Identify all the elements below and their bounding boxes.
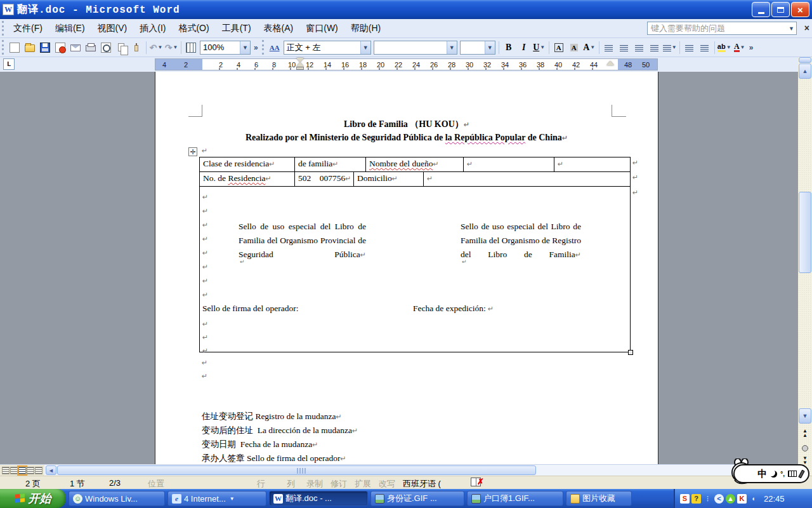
menu-item[interactable]: 插入(I): [133, 20, 172, 37]
save-button[interactable]: [38, 41, 52, 55]
status-language[interactable]: 西班牙语 (: [403, 478, 441, 490]
cell-clase-residencia[interactable]: Clase de residencia↵: [200, 157, 295, 171]
copy-button[interactable]: [114, 41, 128, 55]
indent-button[interactable]: [698, 41, 712, 55]
cell-nombre-dueno[interactable]: Nombre del dueño↵: [366, 157, 464, 171]
vertical-scrollbar[interactable]: ▲ ▼ ▲▲ ▼▼: [798, 57, 812, 476]
residence-table[interactable]: Clase de residencia↵ de familia↵ Nombre …: [199, 157, 631, 352]
menubar-close-icon[interactable]: ×: [804, 23, 809, 33]
right-indent-marker[interactable]: [606, 61, 614, 65]
undo-button[interactable]: ↶▼: [149, 41, 163, 55]
indent-marker[interactable]: [296, 58, 304, 70]
kaspersky-tray-icon[interactable]: K: [737, 494, 747, 504]
menu-item[interactable]: 编辑(E): [49, 20, 91, 37]
menu-item[interactable]: 格式(O): [172, 20, 215, 37]
cell-empty[interactable]: ↵: [464, 157, 554, 171]
open-button[interactable]: [23, 41, 37, 55]
table-resize-handle[interactable]: [628, 350, 633, 355]
menu-item[interactable]: 文件(F): [7, 20, 49, 37]
redo-button[interactable]: ↷▼: [164, 41, 178, 55]
split-handle[interactable]: [799, 57, 811, 63]
cell-domicilio[interactable]: Domicilio↵: [354, 172, 424, 186]
scroll-left-button[interactable]: ◄: [46, 465, 56, 475]
start-button[interactable]: 开始: [0, 489, 66, 508]
print-preview-button[interactable]: [99, 41, 113, 55]
format-painter-button[interactable]: [129, 41, 143, 55]
chevron-down-icon[interactable]: ▼: [787, 25, 796, 32]
cell-residence-number[interactable]: 502 007756↵: [295, 172, 354, 186]
style-combo[interactable]: 正文 + 左 ▼: [284, 41, 371, 55]
align-center-button[interactable]: [617, 41, 631, 55]
vertical-scroll-thumb[interactable]: [799, 192, 811, 273]
character-shading-button[interactable]: A: [567, 41, 581, 55]
new-document-button[interactable]: [8, 41, 22, 55]
print-layout-view-button[interactable]: [18, 467, 26, 474]
cell-no-residencia[interactable]: No. de Residencia↵: [200, 172, 295, 186]
menu-item[interactable]: 视图(V): [91, 20, 134, 37]
spelling-status-icon[interactable]: ✗: [471, 478, 481, 486]
normal-view-button[interactable]: [2, 467, 10, 474]
volume-tray-icon[interactable]: ◖: [749, 494, 758, 504]
line-spacing-button[interactable]: ▼: [663, 41, 677, 55]
character-border-button[interactable]: A: [552, 41, 566, 55]
close-button[interactable]: ×: [791, 2, 809, 17]
print-button[interactable]: [84, 41, 98, 55]
help-tray-icon[interactable]: ?: [691, 494, 701, 504]
web-layout-view-button[interactable]: [10, 467, 18, 474]
ime-toolbar[interactable]: 中 °,: [728, 458, 811, 486]
restore-button[interactable]: [771, 2, 790, 17]
toolbar-grip[interactable]: [2, 40, 5, 55]
toolbar-options-icon[interactable]: »: [749, 43, 754, 52]
task-picture-collection[interactable]: 图片收藏: [566, 491, 632, 506]
minimize-button[interactable]: [752, 2, 770, 17]
chevron-down-icon[interactable]: ▼: [240, 41, 250, 54]
sogou-tray-icon[interactable]: S: [680, 494, 690, 504]
msn-tray-icon[interactable]: <: [714, 494, 724, 504]
select-browse-object-button[interactable]: [802, 445, 808, 451]
font-size-combo[interactable]: ▼: [460, 41, 495, 55]
cell-de-familia[interactable]: de familia↵: [295, 157, 366, 171]
scroll-up-button[interactable]: ▲: [799, 64, 811, 79]
numbering-button[interactable]: [683, 41, 697, 55]
ime-fullwidth-icon[interactable]: [770, 471, 777, 478]
ime-keyboard-icon[interactable]: [788, 471, 797, 477]
horizontal-scrollbar[interactable]: ◄ ►: [0, 464, 798, 476]
cell-empty[interactable]: ↵: [424, 172, 630, 186]
character-scale-button[interactable]: A▼: [582, 41, 596, 55]
font-color-button[interactable]: A▼: [733, 41, 747, 55]
ime-pen-icon[interactable]: [798, 469, 805, 478]
menu-item[interactable]: 工具(T): [216, 20, 258, 37]
zoom-combo[interactable]: 100% ▼: [200, 41, 251, 55]
table-big-cell[interactable]: ↵↵ ↵↵ ↵↵ ↵↵ Sello de uso especial del Li…: [200, 187, 630, 352]
chevron-down-icon[interactable]: ▼: [447, 41, 457, 54]
email-button[interactable]: [69, 41, 82, 55]
outline-view-button[interactable]: [27, 467, 34, 474]
horizontal-scroll-thumb[interactable]: [57, 465, 536, 475]
permission-button[interactable]: [53, 41, 67, 55]
document-page[interactable]: Libro de Familia （HU KOU）↵ Realizado por…: [155, 72, 658, 464]
toolbar-grip[interactable]: [2, 21, 5, 36]
document-area[interactable]: Libro de Familia （HU KOU）↵ Realizado por…: [0, 72, 798, 464]
bold-button[interactable]: B: [502, 41, 516, 55]
task-shenfenzheng-gif[interactable]: 身份证.GIF ...: [370, 491, 464, 506]
task-internet-explorer-group[interactable]: e 4 Internet... ▼: [167, 491, 266, 506]
messenger-tray-icon[interactable]: ▲: [726, 494, 735, 504]
tab-selector[interactable]: L: [3, 58, 15, 70]
menu-item[interactable]: 帮助(H): [344, 20, 387, 37]
menu-item[interactable]: 表格(A): [258, 20, 300, 37]
chevron-down-icon[interactable]: ▼: [485, 41, 495, 54]
align-right-button[interactable]: [632, 41, 646, 55]
distribute-button[interactable]: [648, 41, 662, 55]
highlight-button[interactable]: ab▼: [717, 41, 731, 55]
chevron-down-icon[interactable]: ▼: [360, 41, 370, 54]
ime-bar[interactable]: 中 °,: [733, 464, 809, 483]
task-word-document[interactable]: W 翻译.doc - ...: [269, 491, 368, 506]
cell-empty[interactable]: ↵: [554, 157, 630, 171]
table-move-handle[interactable]: ✛: [188, 147, 197, 156]
ime-language-mode[interactable]: 中: [757, 468, 767, 480]
scroll-down-button[interactable]: ▼: [799, 408, 811, 424]
underline-button[interactable]: U▼: [532, 41, 546, 55]
styles-and-formatting-button[interactable]: AA: [268, 41, 282, 55]
tables-borders-button[interactable]: [184, 41, 198, 55]
hardware-tray-icon[interactable]: ⋮: [703, 494, 712, 504]
